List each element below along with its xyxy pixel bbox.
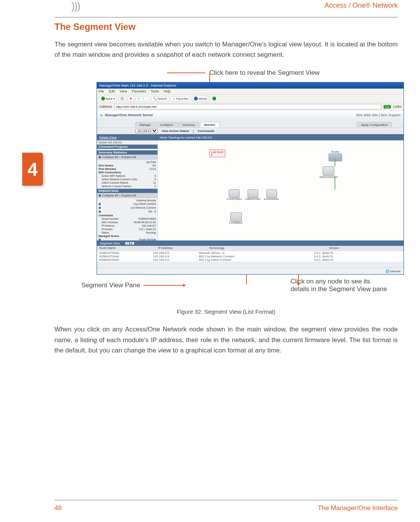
segment-rows: R2B043T0040192.168.0.5Network Server - 8… [97,251,404,262]
detail-row: IP Address192.168.0.5 [98,224,156,227]
module-row[interactable]: ▣11a Network Connect [98,206,156,210]
segment-view-label: Segment View [100,242,120,245]
stop-button[interactable]: ✖ [128,96,134,101]
chapter-tab: 4 [22,153,43,186]
col-node-name[interactable]: Node Name [97,246,156,251]
uptotal-label: Up/Total [146,161,156,163]
expand-all-2[interactable]: ○ Expand All [119,194,136,197]
section-heading: The Segment View [54,21,398,32]
commands-row[interactable]: Commands [98,214,156,217]
table-row[interactable]: R2B043T0040192.168.0.6802.11g Client Con… [97,258,404,262]
subnet-label: Subnet 192.168.0.0 [97,140,158,145]
callout-right: Click on any node to see its details in … [290,278,390,293]
collapse-all-2[interactable]: ◉ Collapse All [98,194,118,197]
status-text: Internet [390,270,400,273]
segment-view-bar[interactable]: Segment View ☰◧ [97,240,404,246]
antenna-icon: ))) [71,0,80,12]
table-row[interactable]: R2B043T0040192.168.0.9802.11a Network Co… [97,255,404,258]
menu-help[interactable]: Help [164,89,171,93]
tab-manage[interactable]: Manage [135,122,155,127]
footer-title: The Manager/One Interface [318,504,398,512]
main-tabs: Manage Configure Inventory Monitor Apply… [97,120,404,127]
menu-tools[interactable]: Tools [151,89,159,93]
command-progress-header[interactable]: Command Progress [97,145,158,149]
menubar[interactable]: File Edit View Favorites Tools Help [97,89,404,94]
menu-file[interactable]: File [98,89,104,93]
module-row[interactable]: ▣NS - 8 [98,210,156,214]
details-pane-title[interactable]: Details Pane [97,136,158,139]
search-button[interactable]: 🔍Search [151,96,169,101]
node-header[interactable]: R2B043T0040 [97,189,158,193]
tab-apply-configuration[interactable]: Apply Configuration [357,122,392,127]
topology-node[interactable]: F1A45E0064 [229,212,243,224]
module-row[interactable]: Antenna Module [98,199,156,202]
expand-all[interactable]: ○ Expand All [119,155,136,159]
col-version[interactable]: Version [326,246,404,251]
view-action-link[interactable]: View Action Status [162,129,189,133]
lost-node-badge[interactable]: Lost Node0 [209,150,225,157]
app-brand: Manager/One Network Server [105,113,153,117]
back-icon [101,97,105,100]
stat-row: Network Connect Radios4 [98,184,156,188]
collapse-expand-row: ◉ Collapse All ○ Expand All [97,155,158,160]
menu-favorites[interactable]: Favorites [132,89,146,93]
router-node[interactable]: Router [328,150,342,161]
divider [54,500,398,501]
home-button[interactable]: ⌂ [144,96,149,101]
subnet-select[interactable]: 192.168.0.0 [135,129,158,133]
globe-icon: 🌐 [386,270,389,273]
favorites-button[interactable]: ★Favorites [171,96,190,101]
server-icon [323,166,334,176]
menu-view[interactable]: View [120,89,127,93]
topology-pane: Lost Node0 Router MasterNetwork F1A45C20… [158,140,404,255]
table-row[interactable]: R2B043T0040192.168.0.5Network Server - 8… [97,251,404,255]
media-button[interactable]: Media [192,96,209,101]
node-cluster: F1A45C20051 R2B043T0040 B1A244H0002 [227,189,279,200]
page-number: 48 [54,504,62,512]
topology-node[interactable]: R2B043T0040 [246,189,261,200]
topology-node[interactable]: F1A45C20051 [227,189,242,200]
pc-icon [229,189,240,198]
back-button[interactable]: Back ▾ [99,96,117,101]
search-icon: 🔍 [153,97,157,100]
list-view-icon[interactable]: ☰ [125,242,129,245]
commands-link[interactable]: Commands [198,129,215,133]
app-links[interactable]: Strix Web Site | Strix Support [356,113,400,117]
mesh-topology-title: Mesh Topology for subnet 192.168.0.0 [158,136,404,139]
tab-monitor[interactable]: Monitor [200,122,220,127]
stat-row: WiFi Connections [98,171,156,174]
detail-row: Firmware3.0.1, Build 51 [98,227,156,231]
topology-node[interactable]: B1A244H0002 [264,189,279,200]
module-row[interactable]: ▣11g Client Connect [98,202,156,206]
stop-icon: ✖ [130,97,132,100]
refresh-button[interactable]: ⟳ [136,96,142,101]
links-label[interactable]: Links [393,105,401,109]
router-icon [328,153,342,161]
intro-paragraph: The segment view becomes available when … [54,39,398,60]
stat-row: Active WiFi Stations0 [98,174,156,178]
menu-edit[interactable]: Edit [109,89,115,93]
star-icon: ★ [172,97,175,100]
address-input[interactable] [114,104,381,109]
forward-button[interactable] [118,96,126,101]
detail-row: StatusRunning [98,231,156,234]
icon-view-icon[interactable]: ◧ [130,242,134,245]
divider [54,17,398,18]
col-technology[interactable]: Technology [207,246,326,251]
go-button[interactable]: Go [384,105,391,109]
history-button[interactable] [210,96,218,101]
col-ip[interactable]: IP Address [156,246,207,251]
pc-icon [248,189,258,198]
tab-configure[interactable]: Configure [156,122,177,127]
segment-view-toggle[interactable]: ☰◧ [125,242,135,245]
forward-icon [120,97,124,100]
pc-icon [266,189,277,198]
app-bar: ◆ Manager/One Network Server Strix Web S… [97,110,404,120]
collapse-all[interactable]: ◉ Collapse All [98,155,118,159]
managed-nodes-row[interactable]: Managed Nodes [98,234,156,238]
tab-inventory[interactable]: Inventory [178,122,199,127]
stat-row: Strix Modules13/13 [98,167,156,171]
address-label: Address [99,105,112,109]
detail-row: Serial NumberR2B043T0040 [98,217,156,221]
summary-header[interactable]: Summary Statistics [97,150,158,155]
